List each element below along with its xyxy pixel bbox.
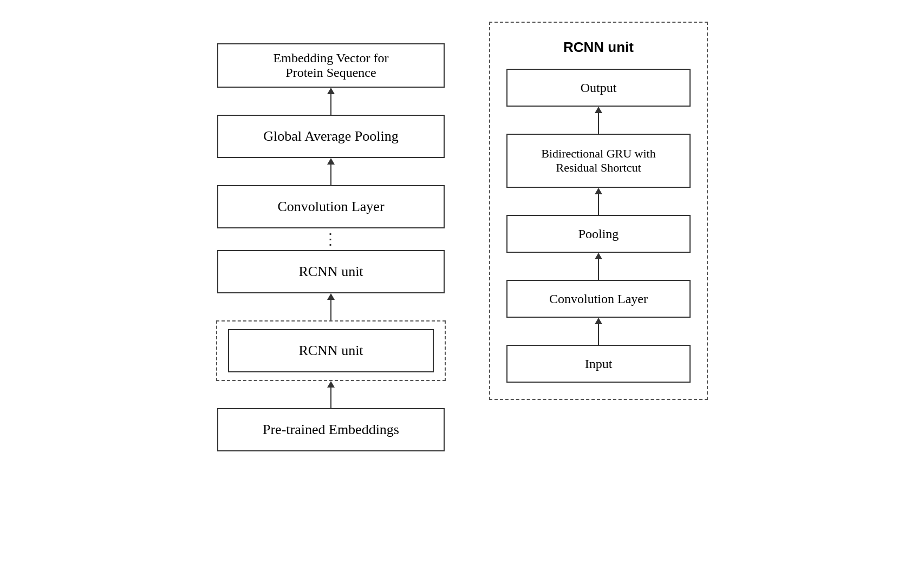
convolution-layer-box: Convolution Layer bbox=[217, 185, 445, 228]
right-arrow-1 bbox=[595, 107, 602, 134]
left-column: Embedding Vector for Protein Sequence Gl… bbox=[216, 43, 446, 451]
right-arrow-4 bbox=[595, 318, 602, 345]
pooling-label: Pooling bbox=[578, 227, 619, 241]
bigru-box: Bidirectional GRU with Residual Shortcut bbox=[506, 134, 691, 188]
convolution-layer-label: Convolution Layer bbox=[277, 199, 384, 215]
right-arrow-head-1 bbox=[595, 107, 602, 113]
arrow-line-4 bbox=[330, 388, 331, 408]
right-conv-layer-box: Convolution Layer bbox=[506, 280, 691, 318]
pooling-box: Pooling bbox=[506, 215, 691, 253]
arrow-head-1 bbox=[327, 88, 335, 94]
dots-separator: ⋮ bbox=[323, 228, 339, 250]
right-arrow-line-1 bbox=[598, 113, 599, 134]
arrow-1 bbox=[327, 88, 335, 115]
rcnn-unit-top-label: RCNN unit bbox=[298, 264, 363, 280]
rcnn-unit-dashed-label: RCNN unit bbox=[298, 343, 363, 359]
right-arrow-head-3 bbox=[595, 253, 602, 259]
global-avg-pooling-label: Global Average Pooling bbox=[263, 128, 398, 145]
right-arrow-3 bbox=[595, 253, 602, 280]
bigru-label: Bidirectional GRU with Residual Shortcut bbox=[541, 147, 655, 175]
diagram-container: Embedding Vector for Protein Sequence Gl… bbox=[0, 0, 924, 584]
arrow-line-2 bbox=[330, 165, 331, 185]
output-label: Output bbox=[581, 81, 617, 95]
right-arrow-line-3 bbox=[598, 259, 599, 280]
right-arrow-head-2 bbox=[595, 188, 602, 194]
rcnn-unit-dashed-box: RCNN unit bbox=[228, 329, 434, 372]
arrow-head-2 bbox=[327, 158, 335, 165]
arrow-line-1 bbox=[330, 94, 331, 115]
arrow-4 bbox=[327, 381, 335, 408]
right-column: RCNN unit Output Bidirectional GRU with … bbox=[489, 22, 708, 400]
right-arrow-head-4 bbox=[595, 318, 602, 324]
arrow-head-4 bbox=[327, 381, 335, 388]
right-conv-layer-label: Convolution Layer bbox=[549, 292, 648, 306]
arrow-head-3 bbox=[327, 293, 335, 300]
arrow-2 bbox=[327, 158, 335, 185]
rcnn-unit-title: RCNN unit bbox=[563, 39, 634, 56]
arrow-3 bbox=[327, 293, 335, 320]
global-avg-pooling-box: Global Average Pooling bbox=[217, 115, 445, 158]
input-label: Input bbox=[585, 357, 613, 371]
pretrained-embeddings-box: Pre-trained Embeddings bbox=[217, 408, 445, 451]
dashed-rcnn-wrapper: RCNN unit bbox=[216, 320, 446, 381]
rcnn-unit-top-box: RCNN unit bbox=[217, 250, 445, 293]
embedding-vector-box: Embedding Vector for Protein Sequence bbox=[217, 43, 445, 88]
embedding-vector-label: Embedding Vector for Protein Sequence bbox=[274, 51, 389, 80]
pretrained-embeddings-label: Pre-trained Embeddings bbox=[263, 422, 399, 438]
right-arrow-line-2 bbox=[598, 194, 599, 215]
right-arrow-line-4 bbox=[598, 324, 599, 345]
input-box: Input bbox=[506, 345, 691, 383]
output-box: Output bbox=[506, 69, 691, 107]
arrow-line-3 bbox=[330, 300, 331, 320]
right-arrow-2 bbox=[595, 188, 602, 215]
